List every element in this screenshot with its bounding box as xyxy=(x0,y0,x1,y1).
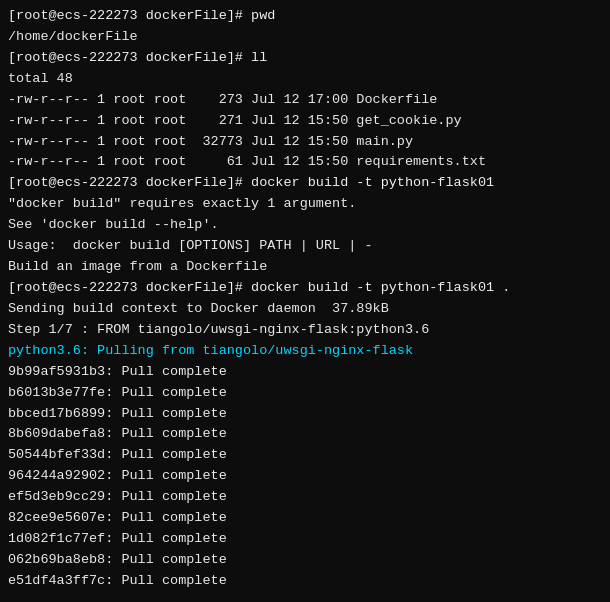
terminal-line: bbced17b6899: Pull complete xyxy=(8,404,602,425)
terminal-line: -rw-r--r-- 1 root root 271 Jul 12 15:50 … xyxy=(8,111,602,132)
terminal-line: e51df4a3ff7c: Pull complete xyxy=(8,571,602,592)
terminal-line: Sending build context to Docker daemon 3… xyxy=(8,299,602,320)
terminal-line: -rw-r--r-- 1 root root 61 Jul 12 15:50 r… xyxy=(8,152,602,173)
terminal-line: [root@ecs-222273 dockerFile]# docker bui… xyxy=(8,278,602,299)
terminal-line: 062b69ba8eb8: Pull complete xyxy=(8,550,602,571)
terminal-line: ef5d3eb9cc29: Pull complete xyxy=(8,487,602,508)
terminal-line: Build an image from a Dockerfile xyxy=(8,257,602,278)
terminal-line: [root@ecs-222273 dockerFile]# docker bui… xyxy=(8,173,602,194)
terminal-line: Step 1/7 : FROM tiangolo/uwsgi-nginx-fla… xyxy=(8,320,602,341)
terminal-line: 964244a92902: Pull complete xyxy=(8,466,602,487)
terminal-window: [root@ecs-222273 dockerFile]# pwd/home/d… xyxy=(0,0,610,602)
terminal-line: [root@ecs-222273 dockerFile]# pwd xyxy=(8,6,602,27)
terminal-line: 1d082f1c77ef: Pull complete xyxy=(8,529,602,550)
terminal-line: b6013b3e77fe: Pull complete xyxy=(8,383,602,404)
terminal-line: python3.6: Pulling from tiangolo/uwsgi-n… xyxy=(8,341,602,362)
terminal-line: 82cee9e5607e: Pull complete xyxy=(8,508,602,529)
terminal-line: 8b609dabefa8: Pull complete xyxy=(8,424,602,445)
terminal-line: See 'docker build --help'. xyxy=(8,215,602,236)
terminal-line: "docker build" requires exactly 1 argume… xyxy=(8,194,602,215)
terminal-line: -rw-r--r-- 1 root root 273 Jul 12 17:00 … xyxy=(8,90,602,111)
terminal-line: total 48 xyxy=(8,69,602,90)
terminal-line: 50544bfef33d: Pull complete xyxy=(8,445,602,466)
terminal-line: [root@ecs-222273 dockerFile]# ll xyxy=(8,48,602,69)
terminal-line: /home/dockerFile xyxy=(8,27,602,48)
terminal-line: 9b99af5931b3: Pull complete xyxy=(8,362,602,383)
terminal-line: -rw-r--r-- 1 root root 32773 Jul 12 15:5… xyxy=(8,132,602,153)
terminal-line: Usage: docker build [OPTIONS] PATH | URL… xyxy=(8,236,602,257)
